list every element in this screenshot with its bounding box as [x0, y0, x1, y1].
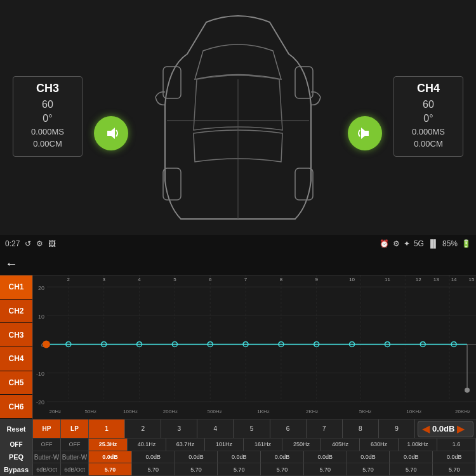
ch3-delay-ms: 0.000MS [18, 127, 77, 136]
svg-text:100Hz: 100Hz [123, 409, 138, 414]
svg-text:14: 14 [451, 277, 457, 282]
ch3-box: CH3 60 0° 0.000MS 0.00CM [13, 76, 83, 157]
band6-freq[interactable]: 0.0dB [304, 451, 347, 463]
band3-q[interactable]: 5.70 [175, 463, 218, 475]
band10-freq-val[interactable]: 1.6 [437, 439, 476, 451]
eq-area: 20 10 0 -10 -20 2 3 4 [33, 275, 476, 419]
lp-label[interactable]: LP [61, 420, 89, 438]
band3-num[interactable]: 3 [161, 420, 197, 438]
band8-q[interactable]: 5.70 [390, 463, 433, 475]
bypass-row: Bypass 6dB/Oct 6dB/Oct 5.70 5.70 5.70 5.… [0, 463, 476, 476]
svg-text:6: 6 [209, 277, 212, 282]
ch3-name: CH3 [18, 82, 77, 95]
svg-point-44 [43, 340, 50, 348]
bottom-controls: Reset HP LP 1 2 3 4 5 6 7 8 9 ◀ 0.0dB ▶ [0, 419, 476, 476]
band2-freq-val[interactable]: 40.1Hz [128, 439, 166, 451]
band7-q[interactable]: 5.70 [347, 463, 390, 475]
svg-text:15: 15 [469, 277, 475, 282]
band1-q[interactable]: 5.70 [89, 463, 132, 475]
band3-freq-val[interactable]: 63.7Hz [166, 439, 205, 451]
ch3-gain: 60 [18, 99, 77, 110]
value-left-arrow[interactable]: ◀ [422, 423, 430, 435]
band6-num[interactable]: 6 [270, 420, 307, 438]
ch5-button[interactable]: CH5 [0, 371, 32, 395]
ch4-gain: 60 [399, 99, 458, 110]
band8-freq-val[interactable]: 630Hz [360, 439, 399, 451]
band4-freq-val[interactable]: 101Hz [205, 439, 244, 451]
status-right: ⏰ ⚙ ✦ 5G ▐▌ 85% 🔋 [380, 239, 471, 248]
band5-freq[interactable]: 0.0dB [261, 451, 304, 463]
band3-freq[interactable]: 0.0dB [175, 451, 218, 463]
band1-freq-val[interactable]: 25.3Hz [89, 439, 128, 451]
svg-text:20: 20 [38, 285, 44, 291]
svg-text:5: 5 [173, 277, 176, 282]
svg-text:10KHz: 10KHz [406, 409, 421, 414]
ch4-delay-cm: 0.00CM [399, 139, 458, 149]
ch1-button[interactable]: CH1 [0, 275, 32, 300]
band7-num[interactable]: 7 [307, 420, 343, 438]
svg-text:10: 10 [349, 277, 355, 282]
band6-q[interactable]: 5.70 [304, 463, 347, 475]
band9-q[interactable]: 5.70 [433, 463, 476, 475]
value-right-arrow[interactable]: ▶ [457, 423, 465, 435]
value-display: 0.0dB [432, 424, 454, 433]
band4-q[interactable]: 5.70 [218, 463, 261, 475]
band1-gain[interactable]: 0.0dB [89, 451, 132, 463]
svg-text:-20: -20 [36, 399, 44, 406]
hp-label[interactable]: HP [33, 420, 61, 438]
main-content: CH1 CH2 CH3 CH4 CH5 CH6 20 10 0 -10 [0, 275, 476, 419]
band6-freq-val[interactable]: 250Hz [282, 439, 321, 451]
reset-label[interactable]: Reset [0, 420, 33, 438]
speaker-left-icon[interactable] [94, 116, 128, 150]
band9-freq-val[interactable]: 1.00kHz [399, 439, 437, 451]
hp-off-label: OFF [0, 439, 33, 451]
band2-freq[interactable]: 0.0dB [132, 451, 175, 463]
svg-text:3: 3 [102, 277, 105, 282]
band5-freq-val[interactable]: 161Hz [244, 439, 282, 451]
band2-q[interactable]: 5.70 [132, 463, 175, 475]
hp-slope: 6dB/Oct [33, 463, 61, 475]
ch2-button[interactable]: CH2 [0, 300, 32, 324]
car-illustration [130, 3, 346, 232]
ch4-sidebar-button[interactable]: CH4 [0, 347, 32, 371]
svg-text:-10: -10 [36, 371, 44, 377]
band7-freq-val[interactable]: 405Hz [321, 439, 360, 451]
svg-text:8: 8 [280, 277, 283, 282]
ch4-delay-ms: 0.000MS [399, 127, 458, 136]
status-battery-icon: 🔋 [461, 239, 471, 248]
svg-text:20Hz: 20Hz [50, 409, 62, 414]
ch6-button[interactable]: CH6 [0, 395, 32, 419]
band2-num[interactable]: 2 [125, 420, 161, 438]
status-left: 0:27 ↺ ⚙ 🖼 [5, 239, 56, 248]
band5-num[interactable]: 5 [234, 420, 270, 438]
band9-freq[interactable]: 0.0dB [433, 451, 476, 463]
band5-q[interactable]: 5.70 [261, 463, 304, 475]
svg-text:500Hz: 500Hz [208, 409, 222, 414]
ch3-sidebar-button[interactable]: CH3 [0, 323, 32, 347]
band8-num[interactable]: 8 [343, 420, 379, 438]
status-icon-3: 🖼 [48, 239, 56, 248]
svg-text:12: 12 [416, 277, 421, 282]
lp-off: OFF [61, 439, 89, 451]
speaker-right-icon[interactable] [348, 116, 382, 150]
svg-text:9: 9 [315, 277, 318, 282]
status-bluetooth: ✦ [404, 239, 410, 248]
band4-freq[interactable]: 0.0dB [218, 451, 261, 463]
peq-label[interactable]: PEQ [0, 451, 33, 463]
svg-text:2KHz: 2KHz [306, 409, 319, 414]
band1-num[interactable]: 1 [89, 420, 125, 438]
band8-freq[interactable]: 0.0dB [390, 451, 433, 463]
back-button[interactable]: ← [5, 256, 18, 271]
band7-freq[interactable]: 0.0dB [347, 451, 390, 463]
freq-row: OFF OFF OFF 25.3Hz 40.1Hz 63.7Hz 101Hz 1… [0, 439, 476, 451]
ch4-phase: 0° [399, 113, 458, 124]
band4-num[interactable]: 4 [197, 420, 234, 438]
car-view: CH3 60 0° 0.000MS 0.00CM CH4 60 0° 0.000… [0, 0, 476, 235]
svg-text:200Hz: 200Hz [163, 409, 178, 414]
status-signal: 5G [414, 239, 424, 248]
bypass-label[interactable]: Bypass [0, 463, 33, 475]
status-time: 0:27 [5, 239, 20, 248]
svg-text:7: 7 [244, 277, 248, 282]
hp-off: OFF [33, 439, 61, 451]
band9-num[interactable]: 9 [379, 420, 415, 438]
